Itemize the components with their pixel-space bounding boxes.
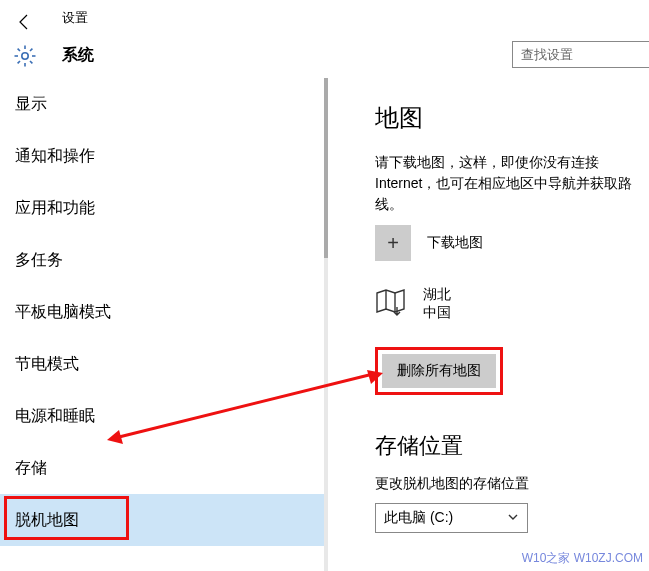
plus-icon: +: [387, 232, 399, 255]
search-placeholder: 查找设置: [521, 46, 573, 64]
sidebar-item-label: 节电模式: [15, 354, 79, 375]
content-panel: 地图 请下载地图，这样，即使你没有连接 Internet，也可在相应地区中导航并…: [329, 78, 649, 571]
download-label: 下载地图: [427, 234, 483, 252]
sidebar-item-apps[interactable]: 应用和功能: [0, 182, 328, 234]
gear-icon: [13, 44, 37, 71]
svg-line-6: [30, 61, 32, 63]
scrollbar[interactable]: [324, 78, 328, 571]
map-icon: [375, 287, 409, 320]
watermark: W10之家 W10ZJ.COM: [522, 550, 643, 567]
sidebar-item-offline-maps[interactable]: 脱机地图: [0, 494, 328, 546]
map-country: 中国: [423, 303, 451, 321]
download-maps-button[interactable]: +: [375, 225, 411, 261]
map-entry[interactable]: 湖北 中国: [375, 285, 649, 321]
svg-line-7: [30, 49, 32, 51]
sidebar-item-label: 显示: [15, 94, 47, 115]
delete-highlight: 删除所有地图: [375, 347, 503, 395]
sidebar-item-label: 电源和睡眠: [15, 406, 95, 427]
page-title: 地图: [375, 102, 649, 134]
svg-point-0: [22, 53, 28, 59]
svg-line-8: [18, 61, 20, 63]
sidebar-item-label: 脱机地图: [15, 510, 79, 531]
settings-app-title: 设置: [62, 9, 88, 27]
system-heading: 系统: [62, 45, 94, 66]
sidebar-item-label: 多任务: [15, 250, 63, 271]
sidebar-item-tablet[interactable]: 平板电脑模式: [0, 286, 328, 338]
scroll-thumb[interactable]: [324, 78, 328, 258]
sidebar-item-label: 平板电脑模式: [15, 302, 111, 323]
storage-description: 更改脱机地图的存储位置: [375, 475, 649, 493]
sidebar-item-notifications[interactable]: 通知和操作: [0, 130, 328, 182]
sidebar-item-power[interactable]: 电源和睡眠: [0, 390, 328, 442]
sidebar-item-storage[interactable]: 存储: [0, 442, 328, 494]
storage-dropdown[interactable]: 此电脑 (C:): [375, 503, 528, 533]
delete-all-maps-button[interactable]: 删除所有地图: [382, 354, 496, 388]
sidebar-item-label: 存储: [15, 458, 47, 479]
sidebar: 显示 通知和操作 应用和功能 多任务 平板电脑模式 节电模式 电源和睡眠 存储 …: [0, 78, 329, 571]
page-description: 请下载地图，这样，即使你没有连接 Internet，也可在相应地区中导航并获取路…: [375, 152, 649, 215]
search-input[interactable]: 查找设置: [512, 41, 649, 68]
map-region: 湖北: [423, 285, 451, 303]
storage-title: 存储位置: [375, 431, 649, 461]
sidebar-item-label: 应用和功能: [15, 198, 95, 219]
sidebar-item-multitask[interactable]: 多任务: [0, 234, 328, 286]
sidebar-item-display[interactable]: 显示: [0, 78, 328, 130]
dropdown-value: 此电脑 (C:): [384, 509, 453, 527]
svg-line-5: [18, 49, 20, 51]
sidebar-item-battery[interactable]: 节电模式: [0, 338, 328, 390]
chevron-down-icon: [507, 510, 519, 526]
sidebar-item-label: 通知和操作: [15, 146, 95, 167]
back-button[interactable]: [10, 8, 38, 36]
